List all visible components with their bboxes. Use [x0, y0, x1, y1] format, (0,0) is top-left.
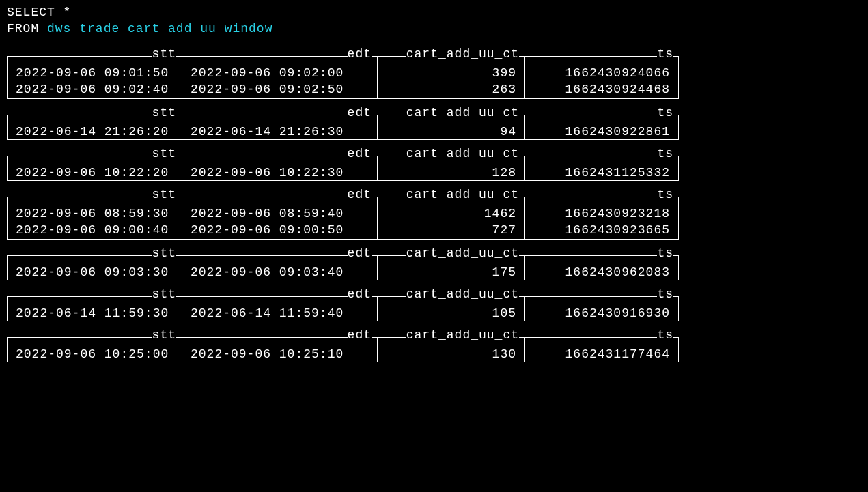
col-header-label: cart_add_uu_ct — [406, 186, 519, 203]
result-header: sttedtcart_add_uu_ctts — [7, 290, 679, 302]
cell-cart_add_uu_ct: 1462 — [377, 203, 524, 220]
cell-ts: 1662430923218 — [524, 203, 679, 220]
col-header-ts: ts — [524, 290, 679, 302]
cell-cart_add_uu_ct: 128 — [377, 162, 524, 181]
table-row: 2022-09-06 09:02:402022-09-06 09:02:5026… — [7, 80, 861, 99]
table-row: 2022-09-06 08:59:302022-09-06 08:59:4014… — [7, 203, 861, 220]
col-header-cart_add_uu_ct: cart_add_uu_ct — [377, 108, 524, 121]
sql-table-name: dws_trade_cart_add_uu_window — [47, 22, 272, 35]
col-header-edt: edt — [182, 331, 377, 343]
col-header-ts: ts — [524, 190, 679, 203]
col-header-label: cart_add_uu_ct — [406, 46, 519, 62]
col-header-label: edt — [348, 104, 372, 121]
cell-edt: 2022-06-14 11:59:40 — [182, 302, 377, 321]
result-header: sttedtcart_add_uu_ctts — [7, 50, 679, 62]
cell-edt: 2022-09-06 10:22:30 — [182, 162, 377, 181]
cell-stt: 2022-09-06 10:22:20 — [7, 162, 182, 181]
col-header-ts: ts — [524, 149, 679, 162]
col-header-cart_add_uu_ct: cart_add_uu_ct — [377, 249, 524, 261]
result-body: 2022-09-06 10:22:202022-09-06 10:22:3012… — [7, 162, 861, 181]
col-header-label: cart_add_uu_ct — [406, 104, 519, 121]
cell-edt: 2022-09-06 09:03:40 — [182, 261, 377, 280]
result-body: 2022-09-06 08:59:302022-09-06 08:59:4014… — [7, 203, 861, 240]
col-header-stt: stt — [7, 190, 182, 203]
cell-stt: 2022-09-06 08:59:30 — [7, 203, 182, 220]
cell-stt: 2022-09-06 09:03:30 — [7, 261, 182, 280]
result-body: 2022-06-14 11:59:302022-06-14 11:59:4010… — [7, 302, 861, 321]
result-body: 2022-06-14 21:26:202022-06-14 21:26:3094… — [7, 121, 861, 140]
cell-ts: 1662431125332 — [524, 162, 679, 181]
col-header-label: ts — [657, 286, 673, 302]
col-header-label: edt — [348, 145, 372, 162]
result-block: sttedtcart_add_uu_ctts2022-09-06 09:03:3… — [7, 249, 861, 280]
col-header-label: cart_add_uu_ct — [406, 327, 519, 343]
result-block: sttedtcart_add_uu_ctts2022-09-06 10:25:0… — [7, 331, 861, 362]
col-header-label: edt — [348, 245, 372, 261]
col-header-stt: stt — [7, 149, 182, 162]
col-header-label: cart_add_uu_ct — [406, 286, 519, 302]
col-header-label: ts — [657, 245, 673, 261]
cell-cart_add_uu_ct: 727 — [377, 220, 524, 240]
cell-stt: 2022-09-06 09:01:50 — [7, 62, 182, 80]
sql-from: FROM — [7, 22, 47, 35]
table-row: 2022-09-06 09:01:502022-09-06 09:02:0039… — [7, 62, 861, 80]
col-header-label: stt — [152, 286, 176, 302]
cell-ts: 1662430924468 — [524, 80, 679, 99]
cell-cart_add_uu_ct: 94 — [377, 121, 524, 140]
col-header-cart_add_uu_ct: cart_add_uu_ct — [377, 331, 524, 343]
col-header-label: stt — [152, 145, 176, 162]
sql-query: SELECT * FROM dws_trade_cart_add_uu_wind… — [7, 4, 861, 38]
result-header: sttedtcart_add_uu_ctts — [7, 331, 679, 343]
cell-edt: 2022-09-06 08:59:40 — [182, 203, 377, 220]
col-header-edt: edt — [182, 50, 377, 62]
col-header-label: ts — [657, 186, 673, 203]
cell-ts: 1662431177464 — [524, 343, 679, 362]
result-header: sttedtcart_add_uu_ctts — [7, 190, 679, 203]
col-header-label: edt — [348, 286, 372, 302]
col-header-label: ts — [657, 46, 673, 62]
col-header-label: edt — [348, 327, 372, 343]
col-header-edt: edt — [182, 249, 377, 261]
result-body: 2022-09-06 10:25:002022-09-06 10:25:1013… — [7, 343, 861, 362]
col-header-edt: edt — [182, 149, 377, 162]
cell-cart_add_uu_ct: 130 — [377, 343, 524, 362]
result-block: sttedtcart_add_uu_ctts2022-09-06 09:01:5… — [7, 50, 861, 99]
cell-edt: 2022-09-06 10:25:10 — [182, 343, 377, 362]
cell-ts: 1662430923665 — [524, 220, 679, 240]
result-block: sttedtcart_add_uu_ctts2022-06-14 11:59:3… — [7, 290, 861, 321]
col-header-stt: stt — [7, 249, 182, 261]
col-header-label: edt — [348, 46, 372, 62]
col-header-edt: edt — [182, 290, 377, 302]
col-header-cart_add_uu_ct: cart_add_uu_ct — [377, 190, 524, 203]
cell-cart_add_uu_ct: 105 — [377, 302, 524, 321]
cell-edt: 2022-06-14 21:26:30 — [182, 121, 377, 140]
col-header-stt: stt — [7, 108, 182, 121]
cell-ts: 1662430924066 — [524, 62, 679, 80]
result-body: 2022-09-06 09:01:502022-09-06 09:02:0039… — [7, 62, 861, 99]
col-header-label: stt — [152, 245, 176, 261]
col-header-label: ts — [657, 104, 673, 121]
col-header-label: stt — [152, 104, 176, 121]
col-header-stt: stt — [7, 50, 182, 62]
result-block: sttedtcart_add_uu_ctts2022-09-06 08:59:3… — [7, 190, 861, 240]
col-header-label: ts — [657, 145, 673, 162]
cell-cart_add_uu_ct: 175 — [377, 261, 524, 280]
col-header-cart_add_uu_ct: cart_add_uu_ct — [377, 149, 524, 162]
result-header: sttedtcart_add_uu_ctts — [7, 249, 679, 261]
cell-edt: 2022-09-06 09:00:50 — [182, 220, 377, 240]
cell-stt: 2022-06-14 11:59:30 — [7, 302, 182, 321]
table-row: 2022-09-06 09:03:302022-09-06 09:03:4017… — [7, 261, 861, 280]
cell-cart_add_uu_ct: 263 — [377, 80, 524, 99]
cell-ts: 1662430916930 — [524, 302, 679, 321]
table-row: 2022-09-06 10:22:202022-09-06 10:22:3012… — [7, 162, 861, 181]
col-header-edt: edt — [182, 190, 377, 203]
result-header: sttedtcart_add_uu_ctts — [7, 149, 679, 162]
result-block: sttedtcart_add_uu_ctts2022-09-06 10:22:2… — [7, 149, 861, 181]
result-block: sttedtcart_add_uu_ctts2022-06-14 21:26:2… — [7, 108, 861, 140]
col-header-stt: stt — [7, 331, 182, 343]
col-header-ts: ts — [524, 50, 679, 62]
col-header-cart_add_uu_ct: cart_add_uu_ct — [377, 50, 524, 62]
cell-ts: 1662430922861 — [524, 121, 679, 140]
col-header-label: stt — [152, 327, 176, 343]
col-header-ts: ts — [524, 331, 679, 343]
